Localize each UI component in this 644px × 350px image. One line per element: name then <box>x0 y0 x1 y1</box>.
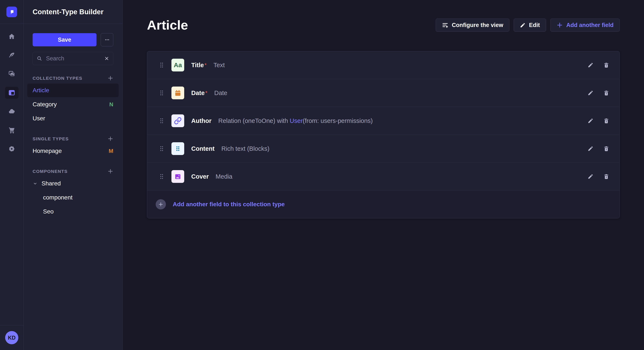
collection-types-list: Article Category N User <box>27 84 118 126</box>
add-component-button[interactable] <box>108 169 113 174</box>
delete-field-button[interactable] <box>603 118 609 124</box>
item-label: Article <box>32 87 113 94</box>
more-dots-icon <box>104 37 110 42</box>
nav-settings[interactable] <box>0 140 24 158</box>
icon-sidebar-header <box>0 0 24 24</box>
more-options-button[interactable] <box>101 33 113 46</box>
add-field-plus-button[interactable] <box>156 199 166 209</box>
table-row-date: Date* Date <box>147 79 620 107</box>
add-collection-type-button[interactable] <box>108 75 113 81</box>
media-library-icon <box>8 70 15 78</box>
pencil-icon <box>588 118 594 124</box>
drag-handle[interactable] <box>159 173 164 180</box>
trash-icon <box>603 174 609 179</box>
delete-field-button[interactable] <box>603 174 609 179</box>
nav-marketplace[interactable] <box>0 121 24 140</box>
app-root: KD Content-Type Builder Save <box>0 0 644 350</box>
edit-field-button[interactable] <box>588 90 594 96</box>
close-icon <box>104 56 109 61</box>
sidebar-item-component[interactable]: component <box>27 191 118 204</box>
delete-field-button[interactable] <box>603 146 609 152</box>
chevron-down-icon <box>32 181 38 186</box>
delete-field-button[interactable] <box>603 62 609 68</box>
item-label: Homepage <box>32 148 108 154</box>
edit-field-button[interactable] <box>588 146 594 152</box>
drag-handle[interactable] <box>159 62 164 68</box>
item-label: Shared <box>42 180 113 187</box>
single-types-list: Homepage M <box>27 144 118 158</box>
search-clear-button[interactable] <box>104 56 109 61</box>
add-another-field-button[interactable]: Add another field <box>550 18 620 32</box>
nav-content-manager[interactable] <box>0 46 24 65</box>
sidebar-item-homepage[interactable]: Homepage M <box>27 144 118 158</box>
sidebar-item-seo[interactable]: Seo <box>27 205 118 218</box>
drag-handle[interactable] <box>159 90 164 96</box>
trash-icon <box>603 146 609 152</box>
pencil-icon <box>588 90 594 96</box>
content-type-builder-icon <box>8 89 15 96</box>
sidebar-item-shared-group[interactable]: Shared <box>27 177 118 190</box>
icon-sidebar: KD <box>0 0 24 350</box>
strapi-logo[interactable] <box>6 6 17 17</box>
status-badge-modified: M <box>108 148 113 154</box>
save-button[interactable]: Save <box>32 33 96 46</box>
page-header: Article Configure the view Edit <box>147 17 620 33</box>
plus-icon <box>108 136 113 142</box>
sidebar-title: Content-Type Builder <box>32 8 104 16</box>
drag-handle[interactable] <box>159 118 164 124</box>
row-actions <box>588 146 609 152</box>
edit-field-button[interactable] <box>588 62 594 68</box>
page-title: Article <box>147 17 188 33</box>
sidebar-item-user[interactable]: User <box>27 112 118 125</box>
field-type: Text <box>214 62 225 69</box>
configure-view-button[interactable]: Configure the view <box>436 18 510 32</box>
section-label: COMPONENTS <box>32 169 68 174</box>
required-marker: * <box>205 90 208 96</box>
edit-button[interactable]: Edit <box>514 18 546 32</box>
strapi-logo-icon <box>8 9 15 15</box>
drag-handle[interactable] <box>159 146 164 152</box>
plus-icon <box>158 202 163 207</box>
nav-content-type-builder[interactable] <box>0 83 24 102</box>
trash-icon <box>603 90 609 96</box>
marketplace-cart-icon <box>8 127 15 134</box>
delete-field-button[interactable] <box>603 90 609 96</box>
field-name: Content <box>191 145 215 152</box>
add-field-row[interactable]: Add another field to this collection typ… <box>147 190 620 218</box>
button-label: Add another field <box>566 22 614 28</box>
table-row-author: Author Relation (oneToOne) with User(fro… <box>147 107 620 135</box>
item-label: Seo <box>43 208 113 215</box>
main-content: Article Configure the view Edit <box>123 0 644 350</box>
pencil-icon <box>588 174 594 179</box>
sidebar-header: Content-Type Builder <box>24 0 122 24</box>
active-nav-tile <box>5 87 18 99</box>
sidebar-item-category[interactable]: Category N <box>27 98 118 111</box>
home-icon <box>8 33 15 40</box>
section-label: COLLECTION TYPES <box>32 76 82 81</box>
add-single-type-button[interactable] <box>108 136 113 142</box>
section-collection-types: COLLECTION TYPES <box>32 75 113 81</box>
field-type: Date <box>214 90 227 97</box>
nav-deploy[interactable] <box>0 102 24 121</box>
add-field-label: Add another field to this collection typ… <box>173 201 285 208</box>
main-nav <box>0 24 24 158</box>
edit-field-button[interactable] <box>588 118 594 124</box>
table-row-cover: Cover Media <box>147 163 620 190</box>
field-name: Cover <box>191 173 209 180</box>
avatar[interactable]: KD <box>5 331 18 344</box>
content-manager-icon <box>8 52 15 59</box>
plus-icon <box>556 22 563 28</box>
button-label: Configure the view <box>452 22 503 28</box>
row-actions <box>588 62 609 68</box>
search-input[interactable] <box>46 55 101 62</box>
pencil-icon <box>588 62 594 68</box>
row-actions <box>588 174 609 179</box>
nav-home[interactable] <box>0 27 24 46</box>
trash-icon <box>603 118 609 124</box>
section-label: SINGLE TYPES <box>32 136 69 141</box>
relation-target-link[interactable]: User <box>290 117 302 124</box>
sidebar-item-article[interactable]: Article <box>27 84 118 97</box>
nav-media-library[interactable] <box>0 65 24 83</box>
row-actions <box>588 90 609 96</box>
edit-field-button[interactable] <box>588 174 594 179</box>
